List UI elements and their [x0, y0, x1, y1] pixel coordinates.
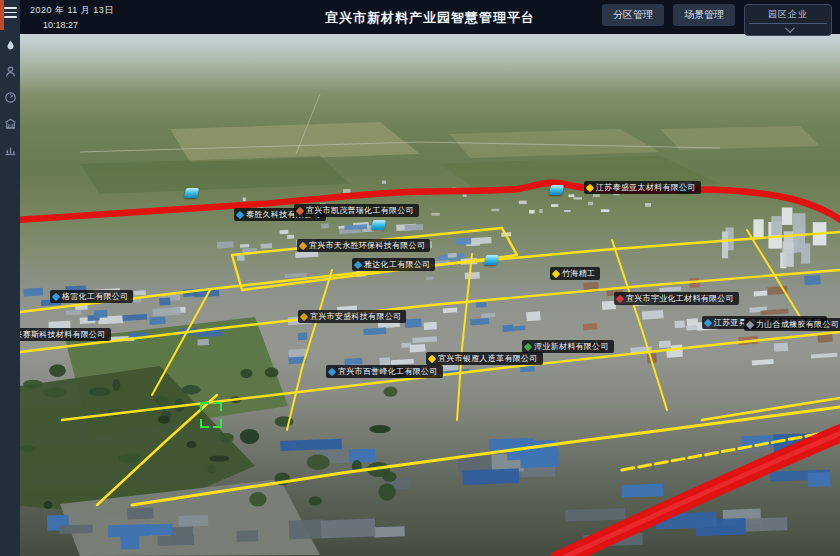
company-label[interactable]: 宜兴市凯茂普瑞化工有限公司: [294, 204, 419, 217]
company-marker-icon: [52, 292, 60, 300]
menu-icon[interactable]: [4, 7, 17, 18]
company-label[interactable]: 格雷化工有限公司: [50, 290, 133, 303]
company-marker-icon: [552, 269, 560, 277]
map-annotations-layer: 泰胜久科技有限公司宜兴市凯茂普瑞化工有限公司宜兴市天永胜环保科技有限公司雅达化工…: [20, 34, 840, 556]
zone-management-button[interactable]: 分区管理: [602, 4, 664, 26]
company-marker-icon: [704, 318, 712, 326]
poi-3d-marker[interactable]: [184, 188, 199, 198]
company-label-text: 竹海精工: [562, 270, 595, 278]
company-label-text: 江苏泰盛亚太材料有限公司: [596, 184, 696, 192]
company-marker-icon: [300, 312, 308, 320]
company-label[interactable]: 宜兴市百誉峰化工有限公司: [326, 365, 443, 378]
header-controls: 分区管理 场景管理 园区企业: [602, 4, 832, 36]
company-label[interactable]: 宜兴市银雁人造革有限公司: [426, 352, 543, 365]
company-marker-icon: [428, 354, 436, 362]
poi-3d-marker[interactable]: [484, 255, 499, 265]
company-label-text: 宜兴市宇业化工材料有限公司: [626, 295, 734, 303]
company-label-text: 宜兴市安盛科技有限公司: [310, 313, 401, 321]
company-marker-icon: [354, 260, 362, 268]
dropdown-label: 园区企业: [751, 8, 825, 21]
company-label[interactable]: 江苏泰盛亚太材料有限公司: [584, 181, 701, 194]
sidebar-accent-bar: [0, 0, 4, 30]
company-marker-icon: [524, 342, 532, 350]
sidebar: [0, 0, 20, 556]
company-marker-icon: [616, 294, 624, 302]
scene-management-button[interactable]: 场景管理: [673, 4, 735, 26]
bar-chart-icon[interactable]: [3, 142, 17, 156]
company-label-text: 宜兴市百誉峰化工有限公司: [338, 368, 438, 376]
company-label-text: 力山合成橡胶有限公司: [756, 321, 839, 329]
company-label-text: 宜兴赛斯科技材料有限公司: [20, 331, 106, 339]
page-title: 宜兴市新材料产业园智慧管理平台: [325, 9, 535, 27]
company-label[interactable]: 宜兴市天永胜环保科技有限公司: [297, 239, 430, 252]
header-bar: 2020 年 11 月 13日 10:18:27 宜兴市新材料产业园智慧管理平台…: [20, 0, 840, 34]
sidebar-icons: [0, 38, 20, 156]
company-marker-icon: [299, 241, 307, 249]
company-marker-icon: [296, 206, 304, 214]
company-label[interactable]: 竹海精工: [550, 267, 600, 280]
current-date: 2020 年 11 月 13日: [30, 4, 114, 17]
datetime-block: 2020 年 11 月 13日 10:18:27: [30, 4, 114, 30]
user-icon[interactable]: [3, 64, 17, 78]
company-label-text: 宜兴市凯茂普瑞化工有限公司: [306, 207, 414, 215]
company-marker-icon: [746, 320, 754, 328]
current-time: 10:18:27: [43, 20, 114, 30]
company-label[interactable]: 宜兴赛斯科技材料有限公司: [20, 328, 111, 341]
company-label-text: 宜兴市银雁人造革有限公司: [438, 355, 538, 363]
company-marker-icon: [236, 210, 244, 218]
poi-3d-marker[interactable]: [371, 220, 386, 230]
poi-3d-marker[interactable]: [549, 185, 564, 195]
gauge-icon[interactable]: [3, 90, 17, 104]
company-label-text: 格雷化工有限公司: [62, 293, 128, 301]
company-label-text: 宜兴市天永胜环保科技有限公司: [309, 242, 425, 250]
company-label[interactable]: 力山合成橡胶有限公司: [744, 318, 840, 331]
company-label-text: 雅达化工有限公司: [364, 261, 430, 269]
company-marker-icon: [328, 367, 336, 375]
flame-icon[interactable]: [3, 38, 17, 52]
park-enterprise-dropdown[interactable]: 园区企业: [744, 4, 832, 36]
chevron-down-icon: [784, 23, 794, 33]
company-label-text: 潭业新材料有限公司: [534, 343, 609, 351]
factory-icon[interactable]: [3, 116, 17, 130]
selection-bracket: [200, 402, 222, 428]
map-3d-viewport[interactable]: 泰胜久科技有限公司宜兴市凯茂普瑞化工有限公司宜兴市天永胜环保科技有限公司雅达化工…: [20, 34, 840, 556]
company-marker-icon: [586, 183, 594, 191]
company-label[interactable]: 宜兴市安盛科技有限公司: [298, 310, 406, 323]
company-label[interactable]: 宜兴市宇业化工材料有限公司: [614, 292, 739, 305]
smart-park-platform: 2020 年 11 月 13日 10:18:27 宜兴市新材料产业园智慧管理平台…: [0, 0, 840, 556]
company-label[interactable]: 雅达化工有限公司: [352, 258, 435, 271]
